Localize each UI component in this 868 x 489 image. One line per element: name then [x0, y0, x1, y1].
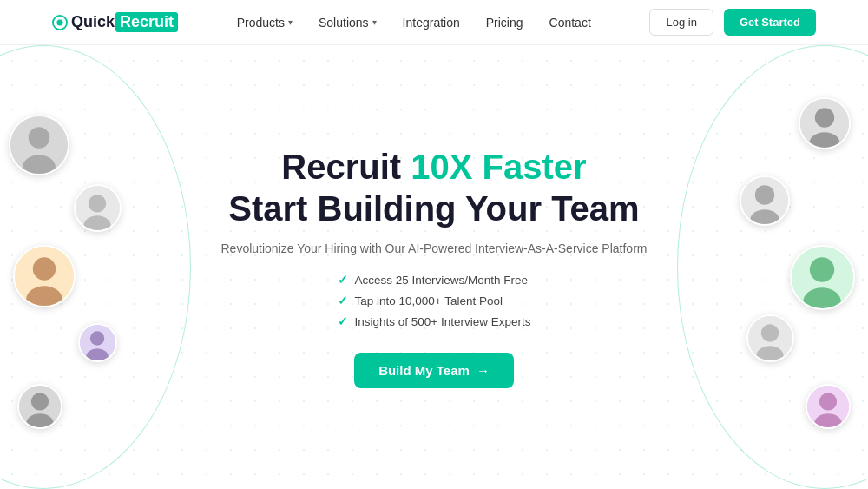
svg-point-12: [90, 331, 104, 345]
build-my-team-button[interactable]: Build My Team →: [354, 353, 514, 388]
nav-actions: Log in Get Started: [649, 9, 816, 36]
logo-recruit-text: Recruit: [115, 12, 178, 32]
avatar-left-2: [74, 184, 122, 232]
hero-title-plain: Recruit: [281, 148, 411, 186]
avatar-group-left: [0, 45, 174, 489]
svg-point-21: [755, 185, 774, 204]
cta-label: Build My Team: [378, 363, 470, 378]
navbar: QuickRecruit Products ▾ Solutions ▾ Inte…: [0, 0, 868, 45]
avatar-right-4: [746, 314, 794, 362]
nav-item-solutions[interactable]: Solutions ▾: [319, 16, 377, 30]
nav-item-integration[interactable]: Integration: [403, 15, 460, 30]
svg-point-24: [810, 257, 834, 281]
person-silhouette: [15, 247, 74, 306]
nav-item-contact[interactable]: Contact: [549, 15, 591, 30]
svg-point-1: [56, 19, 62, 25]
nav-item-products[interactable]: Products ▾: [237, 16, 293, 30]
nav-link-solutions[interactable]: Solutions: [319, 16, 369, 30]
hero-features-list: ✓ Access 25 Interviews/Month Free ✓ Tap …: [338, 273, 531, 328]
logo[interactable]: QuickRecruit: [52, 12, 178, 32]
svg-point-15: [31, 393, 49, 410]
svg-point-18: [815, 108, 834, 127]
login-button[interactable]: Log in: [649, 9, 713, 36]
hero-title-line2: Start Building Your Team: [228, 189, 639, 228]
svg-point-27: [761, 324, 779, 341]
person-silhouette: [80, 325, 115, 360]
person-silhouette: [19, 386, 61, 427]
avatar-left-3: [13, 245, 76, 307]
avatar-right-2: [740, 175, 790, 226]
avatar-left-5: [17, 384, 62, 429]
chevron-down-icon: ▾: [288, 17, 293, 27]
hero-title-highlight: 10X Faster: [411, 148, 586, 186]
chevron-down-icon: ▾: [372, 17, 377, 27]
feature-text-1: Access 25 Interviews/Month Free: [355, 274, 529, 287]
person-silhouette: [800, 99, 849, 148]
feature-text-3: Insights of 500+ Interview Experts: [355, 315, 531, 328]
nav-link-contact[interactable]: Contact: [549, 16, 591, 30]
nav-link-products[interactable]: Products: [237, 16, 285, 30]
svg-point-30: [819, 393, 837, 410]
avatar-right-1: [799, 97, 851, 149]
check-icon-2: ✓: [338, 294, 348, 307]
hero-subtitle: Revolutionize Your Hiring with Our AI-Po…: [221, 241, 648, 255]
svg-point-6: [89, 195, 106, 212]
get-started-button[interactable]: Get Started: [724, 9, 816, 36]
person-silhouette: [76, 186, 120, 230]
svg-point-9: [33, 257, 56, 280]
feature-item-3: ✓ Insights of 500+ Interview Experts: [338, 314, 531, 328]
cta-arrow-icon: →: [477, 363, 490, 378]
feature-text-2: Tap into 10,000+ Talent Pool: [355, 294, 503, 307]
avatar-right-3: [790, 245, 855, 310]
avatar-right-5: [806, 384, 851, 429]
avatar-left-4: [78, 323, 117, 362]
nav-link-integration[interactable]: Integration: [403, 16, 460, 30]
check-icon-3: ✓: [338, 314, 348, 328]
nav-link-pricing[interactable]: Pricing: [486, 16, 523, 30]
nav-links: Products ▾ Solutions ▾ Integration Prici…: [237, 15, 591, 30]
logo-quick-text: Quick: [71, 13, 115, 31]
feature-item-2: ✓ Tap into 10,000+ Talent Pool: [338, 294, 503, 307]
nav-item-pricing[interactable]: Pricing: [486, 15, 523, 30]
hero-title: Recruit 10X Faster Start Building Your T…: [228, 146, 639, 229]
person-silhouette: [792, 247, 853, 308]
logo-icon: [52, 15, 68, 30]
svg-point-3: [29, 127, 50, 149]
person-silhouette: [748, 316, 792, 360]
person-silhouette: [10, 116, 68, 174]
person-silhouette: [741, 177, 788, 224]
person-silhouette: [807, 386, 849, 427]
feature-item-1: ✓ Access 25 Interviews/Month Free: [338, 273, 529, 287]
avatar-group-right: [694, 45, 868, 489]
avatar-left-1: [9, 115, 69, 175]
check-icon-1: ✓: [338, 273, 348, 287]
